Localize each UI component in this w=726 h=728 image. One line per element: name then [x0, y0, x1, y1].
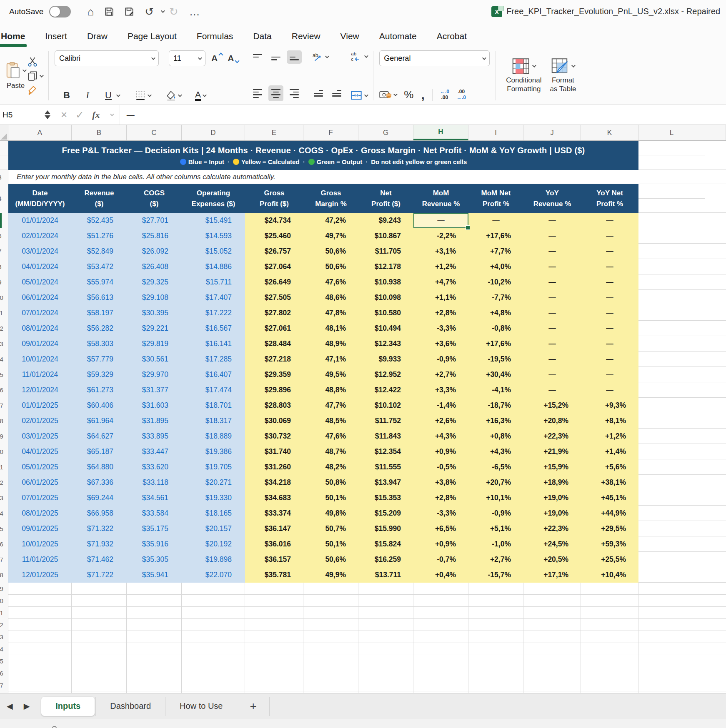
row-header[interactable]: 7: [0, 244, 8, 259]
cell[interactable]: —: [523, 274, 581, 290]
row-header[interactable]: 5: [0, 213, 8, 228]
row-header[interactable]: 25: [0, 521, 8, 536]
cell-column-L[interactable]: [638, 413, 705, 429]
cell[interactable]: —: [523, 321, 581, 336]
cell[interactable]: $15.353: [358, 490, 413, 506]
cell[interactable]: [127, 607, 182, 619]
row-header[interactable]: 3: [0, 170, 8, 184]
cell[interactable]: $29.819: [127, 336, 182, 352]
cell[interactable]: 05/01/2025: [8, 459, 72, 475]
cell[interactable]: [245, 607, 303, 619]
cell[interactable]: $53.472: [72, 259, 127, 274]
cell-column-L[interactable]: [638, 367, 705, 382]
cell[interactable]: +19,0%: [523, 506, 581, 521]
cell[interactable]: [523, 595, 581, 607]
cell[interactable]: 49,9%: [303, 567, 358, 583]
row-header[interactable]: 38: [0, 691, 8, 693]
column-header-I[interactable]: I: [468, 125, 523, 140]
cell-column-L[interactable]: [638, 643, 705, 655]
cell[interactable]: $33.118: [127, 475, 182, 490]
cell[interactable]: —: [523, 290, 581, 305]
cell[interactable]: $33.584: [127, 506, 182, 521]
cell-column-L[interactable]: [638, 429, 705, 444]
cell[interactable]: [413, 631, 468, 643]
column-header-D[interactable]: D: [182, 125, 245, 140]
cell[interactable]: [127, 631, 182, 643]
cell[interactable]: [127, 583, 182, 595]
row-header[interactable]: 34: [0, 643, 8, 655]
cell[interactable]: [413, 655, 468, 667]
cell[interactable]: +20,7%: [468, 475, 523, 490]
bold-button[interactable]: B: [60, 90, 73, 101]
number-format-select[interactable]: General: [379, 50, 490, 66]
cell[interactable]: —: [523, 367, 581, 382]
cell[interactable]: 06/01/2025: [8, 475, 72, 490]
cell[interactable]: $29.359: [245, 367, 303, 382]
row-header[interactable]: 23: [0, 490, 8, 506]
row-header[interactable]: 16: [0, 382, 8, 398]
cell-column-L[interactable]: [638, 536, 705, 552]
row-header[interactable]: 26: [0, 536, 8, 552]
cell[interactable]: [413, 679, 468, 691]
cell[interactable]: +4,8%: [468, 305, 523, 321]
cell-column-L[interactable]: [638, 607, 705, 619]
cell[interactable]: 50,6%: [303, 552, 358, 567]
cell[interactable]: +45,1%: [581, 490, 638, 506]
cell[interactable]: 47,2%: [303, 213, 358, 228]
cell[interactable]: $55.974: [72, 274, 127, 290]
cell[interactable]: $17.407: [182, 290, 245, 305]
font-color-button[interactable]: A: [195, 90, 205, 101]
cell[interactable]: +59,3%: [581, 536, 638, 552]
cell[interactable]: $17.222: [182, 305, 245, 321]
cell[interactable]: [523, 667, 581, 679]
cell[interactable]: +5,1%: [468, 521, 523, 536]
cell[interactable]: [581, 655, 638, 667]
cell[interactable]: [245, 619, 303, 631]
cell[interactable]: $27.802: [245, 305, 303, 321]
cell[interactable]: [468, 631, 523, 643]
row-header[interactable]: 12: [0, 321, 8, 336]
cell[interactable]: [245, 583, 303, 595]
cell[interactable]: 08/01/2025: [8, 506, 72, 521]
cell[interactable]: [358, 607, 413, 619]
cell[interactable]: +10,4%: [581, 567, 638, 583]
copy-button[interactable]: [27, 70, 43, 81]
cell[interactable]: 03/01/2024: [8, 244, 72, 259]
cell[interactable]: [245, 679, 303, 691]
cell[interactable]: $14.593: [182, 228, 245, 244]
cell[interactable]: $57.779: [72, 352, 127, 367]
cell[interactable]: [182, 583, 245, 595]
cell[interactable]: $26.092: [127, 244, 182, 259]
cell[interactable]: $30.395: [127, 305, 182, 321]
name-box-spinner[interactable]: [45, 110, 54, 119]
cell[interactable]: +2,7%: [413, 367, 468, 382]
wrap-text-button[interactable]: ab c: [350, 50, 367, 62]
cell[interactable]: +15,2%: [523, 398, 581, 413]
cell[interactable]: -0,9%: [413, 352, 468, 367]
cell[interactable]: [127, 655, 182, 667]
cell[interactable]: 47,6%: [303, 429, 358, 444]
cell[interactable]: $29.221: [127, 321, 182, 336]
row-header[interactable]: 13: [0, 336, 8, 352]
cell[interactable]: 49,8%: [303, 506, 358, 521]
cell[interactable]: 12/01/2024: [8, 382, 72, 398]
cell[interactable]: +0,9%: [413, 444, 468, 459]
cell[interactable]: $31.603: [127, 398, 182, 413]
cell[interactable]: [8, 583, 72, 595]
format-as-table-button[interactable]: Formatas Table: [550, 58, 576, 94]
cell[interactable]: 06/01/2024: [8, 290, 72, 305]
cell[interactable]: 50,6%: [303, 244, 358, 259]
cell[interactable]: +22,3%: [523, 429, 581, 444]
cell[interactable]: —: [523, 352, 581, 367]
cell[interactable]: [8, 643, 72, 655]
cell[interactable]: $25.460: [245, 228, 303, 244]
cell[interactable]: $31.260: [245, 459, 303, 475]
cell[interactable]: +17,6%: [468, 228, 523, 244]
add-sheet-button[interactable]: +: [237, 697, 269, 716]
row-header[interactable]: 15: [0, 367, 8, 382]
cell[interactable]: +3,8%: [413, 475, 468, 490]
cell[interactable]: 02/01/2024: [8, 228, 72, 244]
cell[interactable]: [358, 631, 413, 643]
cell[interactable]: -0,8%: [468, 321, 523, 336]
cell-column-L[interactable]: [638, 141, 705, 170]
